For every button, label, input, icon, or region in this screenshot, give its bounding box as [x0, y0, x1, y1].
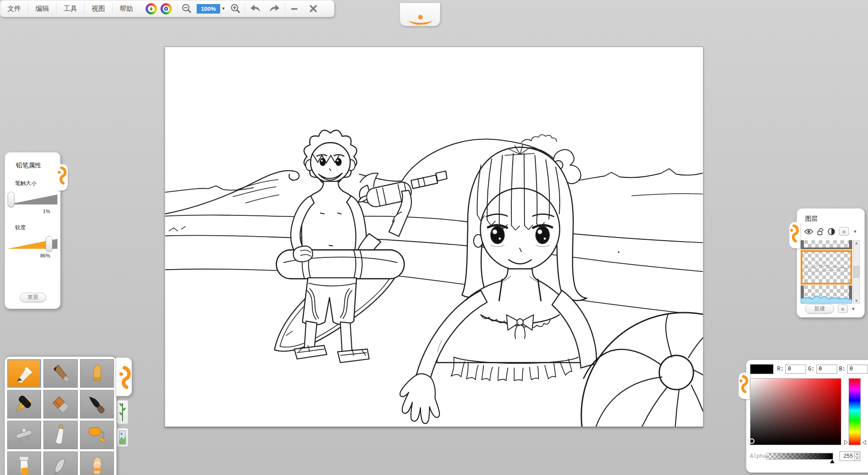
- sv-cursor[interactable]: [749, 438, 755, 444]
- scroll-up-icon[interactable]: ▲: [854, 241, 859, 245]
- alpha-marker[interactable]: [830, 460, 835, 463]
- layers-panel: 图层 ≡ ▼: [797, 208, 865, 318]
- palette-knife-icon: [49, 424, 72, 446]
- panel-grip-icon: [789, 222, 799, 247]
- layer-visibility-icon[interactable]: [804, 228, 813, 235]
- drawing-canvas[interactable]: [165, 47, 703, 428]
- color-picker-panel: R: G: B: Alpha 255 ▲ ▼: [746, 360, 868, 473]
- tool-palette-knife[interactable]: [43, 421, 77, 449]
- brush-size-label: 笔触大小: [5, 170, 60, 187]
- ink-brush-icon: [85, 393, 108, 416]
- menu-tools[interactable]: 工具: [57, 0, 84, 17]
- oil-brush-icon: [49, 393, 72, 416]
- alpha-spin-up-icon[interactable]: ▲: [854, 452, 860, 456]
- b-input[interactable]: [847, 365, 868, 374]
- alpha-slider[interactable]: [766, 453, 833, 460]
- layer-list: [801, 240, 852, 304]
- tool-fountain-pen[interactable]: [7, 390, 41, 418]
- redo-button[interactable]: [265, 0, 285, 17]
- undo-icon: [249, 3, 261, 14]
- alpha-spin-down-icon[interactable]: ▼: [854, 456, 860, 461]
- softness-slider-handle[interactable]: [46, 236, 52, 252]
- g-input[interactable]: [816, 365, 837, 374]
- tool-oil-brush[interactable]: [43, 390, 77, 418]
- layer-scrollbar[interactable]: ▲ ▼: [853, 240, 860, 304]
- layer-item-bottom[interactable]: [801, 285, 852, 304]
- pencil-properties-panel: 铅笔属性 笔触大小 1% 软度 86% 重置: [5, 152, 61, 309]
- tool-crayon[interactable]: [80, 359, 114, 388]
- layer-lock-icon[interactable]: [817, 228, 824, 235]
- main-toolbar: 文件 编辑 工具 视图 帮助 100% ▼: [0, 0, 335, 17]
- close-button[interactable]: [303, 0, 323, 17]
- zoom-level-value[interactable]: 100%: [197, 4, 220, 14]
- zoom-out-button[interactable]: [178, 0, 196, 17]
- layer-item-selected[interactable]: [801, 250, 852, 285]
- plant-stamp-button[interactable]: [117, 400, 128, 424]
- pencil-panel-grip[interactable]: [57, 164, 68, 190]
- hue-marker-right[interactable]: [862, 440, 866, 445]
- canvas-artwork: [165, 47, 703, 427]
- zoom-dropdown-caret[interactable]: ▼: [220, 6, 226, 11]
- layer-item-top[interactable]: [801, 240, 852, 249]
- alpha-label: Alpha: [746, 453, 766, 460]
- tool-palette-tab[interactable]: [116, 357, 132, 396]
- current-color-swatch: [750, 364, 774, 374]
- scrollbar-thumb[interactable]: [854, 266, 859, 278]
- menu-help[interactable]: 帮助: [113, 0, 140, 17]
- picture-stamp-icon: [119, 430, 126, 445]
- scroll-down-icon[interactable]: ▼: [854, 299, 859, 303]
- panel-grip-icon: [739, 373, 749, 397]
- palette-grip-icon: [118, 361, 132, 393]
- tool-ink-brush[interactable]: [80, 390, 114, 418]
- paint-roller-icon: [85, 424, 108, 446]
- layers-menu-caret[interactable]: ▼: [851, 307, 855, 311]
- layer-options-caret[interactable]: ▼: [853, 229, 857, 234]
- crayon-icon: [85, 362, 108, 385]
- new-layer-button[interactable]: 新建: [805, 304, 834, 314]
- layer-blend-icon[interactable]: [828, 228, 835, 235]
- plant-stamp-icon: [119, 402, 126, 422]
- reset-button[interactable]: 重置: [20, 293, 46, 302]
- tool-airbrush[interactable]: [7, 421, 41, 449]
- b-label: B:: [839, 366, 845, 372]
- saturation-value-field[interactable]: [750, 378, 841, 445]
- brush-size-slider[interactable]: [7, 192, 58, 207]
- layer-water-thumbnail: [801, 285, 852, 304]
- layers-menu-button[interactable]: ≡: [838, 304, 848, 313]
- softness-slider[interactable]: [7, 236, 58, 252]
- color-panel-grip[interactable]: [739, 373, 750, 399]
- picture-stamp-button[interactable]: [117, 428, 128, 447]
- tool-colored-pencil[interactable]: [43, 359, 77, 388]
- colored-pencil-icon: [49, 362, 72, 385]
- clown-face-logo: [140, 3, 177, 14]
- tool-paint-roller[interactable]: [80, 421, 114, 449]
- menu-file[interactable]: 文件: [0, 0, 28, 17]
- eraser-icon: [85, 455, 108, 475]
- pencil-panel-title: 铅笔属性: [5, 152, 60, 170]
- tool-quill-knife[interactable]: [43, 451, 77, 475]
- app-logo-tab[interactable]: [400, 3, 440, 26]
- panel-grip-icon: [57, 164, 67, 189]
- paint-jar-icon: [13, 455, 36, 475]
- zoom-in-icon: [230, 3, 241, 14]
- minimize-button[interactable]: [285, 0, 303, 17]
- menu-edit[interactable]: 编辑: [28, 0, 56, 17]
- tool-pencil[interactable]: [7, 359, 41, 388]
- zoom-in-button[interactable]: [226, 0, 245, 17]
- g-label: G:: [808, 366, 814, 372]
- layer-options-button[interactable]: ≡: [839, 227, 849, 236]
- tool-eraser[interactable]: [80, 451, 114, 475]
- alpha-spinner[interactable]: 255 ▲ ▼: [840, 451, 860, 461]
- clown-nose-icon: [418, 15, 423, 19]
- close-icon: [309, 5, 317, 13]
- r-input[interactable]: [785, 365, 806, 374]
- layers-panel-grip[interactable]: [789, 222, 800, 248]
- brush-size-slider-handle[interactable]: [8, 192, 14, 207]
- hue-marker-left[interactable]: [844, 440, 848, 445]
- hue-slider[interactable]: [849, 378, 861, 445]
- menu-view[interactable]: 视图: [85, 0, 112, 17]
- pencil-icon: [13, 362, 36, 385]
- tool-paint-jar[interactable]: [7, 451, 41, 475]
- alpha-value: 255: [840, 453, 854, 460]
- undo-button[interactable]: [245, 0, 265, 17]
